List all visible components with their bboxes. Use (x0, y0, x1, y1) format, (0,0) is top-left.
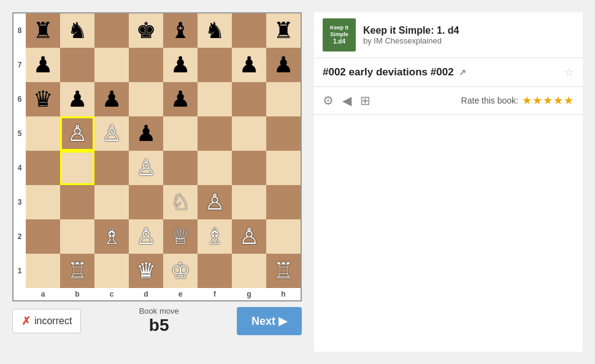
book-thumbnail: Keep It Simple 1.d4 (323, 18, 356, 51)
rate-label: Rate this book: (461, 96, 518, 105)
square-f8[interactable]: ♞ (198, 13, 232, 48)
square-e3[interactable]: ♘ (163, 185, 198, 219)
x-icon: ✗ (21, 314, 31, 328)
square-a7[interactable]: ♟ (26, 48, 60, 82)
puzzle-title-row: #002 early deviations #002 ↗ ☆ (314, 58, 583, 87)
square-d4[interactable]: ♙ (129, 151, 163, 185)
rank-5: 5 (13, 116, 26, 151)
right-panel: Keep It Simple 1.d4 Keep it Simple: 1. d… (314, 12, 583, 352)
square-b3[interactable] (60, 185, 94, 219)
square-g4[interactable] (232, 151, 266, 185)
rate-section: Rate this book: ★★★★★ (461, 94, 574, 107)
rank-2: 2 (13, 219, 26, 254)
rank-4: 4 (13, 151, 26, 185)
square-g1[interactable] (232, 254, 266, 288)
square-b5[interactable]: ♙ (60, 116, 94, 151)
square-b6[interactable]: ♟ (60, 82, 94, 116)
square-h8[interactable]: ♜ (266, 13, 301, 48)
square-g7[interactable]: ♟ (232, 48, 266, 82)
square-a2[interactable] (26, 219, 60, 254)
square-a6[interactable]: ♛ (26, 82, 60, 116)
square-a8[interactable]: ♜ (26, 13, 60, 48)
square-h7[interactable]: ♟ (266, 48, 301, 82)
rank-6: 6 (13, 82, 26, 116)
square-e8[interactable]: ♝ (163, 13, 198, 48)
square-d8[interactable]: ♚ (129, 13, 163, 48)
square-h2[interactable] (266, 219, 301, 254)
square-f3[interactable]: ♙ (198, 185, 232, 219)
square-f6[interactable] (198, 82, 232, 116)
book-move-label: Book move (139, 306, 179, 316)
square-d6[interactable] (129, 82, 163, 116)
square-c6[interactable]: ♟ (94, 82, 129, 116)
square-e1[interactable]: ♔ (163, 254, 198, 288)
external-link-icon[interactable]: ↗ (459, 67, 466, 77)
gear-icon[interactable]: ⚙ (323, 93, 334, 108)
square-f1[interactable] (198, 254, 232, 288)
square-a3[interactable] (26, 185, 60, 219)
square-g3[interactable] (232, 185, 266, 219)
square-c7[interactable] (94, 48, 129, 82)
thumbnail-line1: Keep It (330, 25, 348, 31)
file-e: e (163, 288, 198, 300)
square-c5[interactable]: ♙ (94, 116, 129, 151)
file-g: g (232, 288, 266, 300)
square-d5[interactable]: ♟ (129, 116, 163, 151)
file-c: c (94, 288, 129, 300)
square-g8[interactable] (232, 13, 266, 48)
square-c4[interactable] (94, 151, 129, 185)
square-e6[interactable]: ♟ (163, 82, 198, 116)
analysis-icon[interactable]: ⊞ (360, 93, 370, 108)
square-c8[interactable] (94, 13, 129, 48)
square-c3[interactable] (94, 185, 129, 219)
book-info: Keep it Simple: 1. d4 by IM Chessexplain… (363, 25, 459, 45)
square-b7[interactable] (60, 48, 94, 82)
file-h: h (266, 288, 301, 300)
rank-3: 3 (13, 185, 26, 219)
square-a1[interactable] (26, 254, 60, 288)
rank-1: 1 (13, 254, 26, 288)
square-a5[interactable] (26, 116, 60, 151)
book-move-value: b5 (149, 316, 169, 335)
square-e4[interactable] (163, 151, 198, 185)
square-f2[interactable]: ♗ (198, 219, 232, 254)
square-g2[interactable]: ♙ (232, 219, 266, 254)
square-c2[interactable]: ♗ (94, 219, 129, 254)
square-e2[interactable]: ♕ (163, 219, 198, 254)
thumbnail-line3: 1.d4 (333, 38, 345, 45)
puzzle-title: #002 early deviations #002 ↗ (323, 66, 466, 78)
square-b2[interactable] (60, 219, 94, 254)
stars[interactable]: ★★★★★ (522, 94, 574, 107)
square-d2[interactable]: ♙ (129, 219, 163, 254)
square-c1[interactable] (94, 254, 129, 288)
sound-icon[interactable]: ◀ (342, 93, 351, 108)
square-h6[interactable] (266, 82, 301, 116)
square-a4[interactable] (26, 151, 60, 185)
book-header: Keep It Simple 1.d4 Keep it Simple: 1. d… (314, 12, 583, 58)
square-f7[interactable] (198, 48, 232, 82)
book-move-section: Book move b5 (87, 306, 231, 335)
square-f4[interactable] (198, 151, 232, 185)
square-b1[interactable]: ♖ (60, 254, 94, 288)
square-d3[interactable] (129, 185, 163, 219)
incorrect-button[interactable]: ✗ incorrect (12, 309, 81, 333)
book-author: by IM Chessexplained (363, 36, 459, 45)
square-e5[interactable] (163, 116, 198, 151)
thumbnail-line2: Simple (330, 31, 348, 38)
file-a: a (26, 288, 60, 300)
rank-8: 8 (13, 13, 26, 48)
square-g6[interactable] (232, 82, 266, 116)
bookmark-icon[interactable]: ☆ (564, 66, 574, 79)
square-b4[interactable] (60, 151, 94, 185)
square-f5[interactable] (198, 116, 232, 151)
square-h3[interactable] (266, 185, 301, 219)
square-h4[interactable] (266, 151, 301, 185)
square-g5[interactable] (232, 116, 266, 151)
next-button[interactable]: Next ▶ (237, 307, 302, 335)
square-b8[interactable]: ♞ (60, 13, 94, 48)
square-h1[interactable]: ♖ (266, 254, 301, 288)
square-d1[interactable]: ♛ (129, 254, 163, 288)
square-h5[interactable] (266, 116, 301, 151)
square-e7[interactable]: ♟ (163, 48, 198, 82)
square-d7[interactable] (129, 48, 163, 82)
